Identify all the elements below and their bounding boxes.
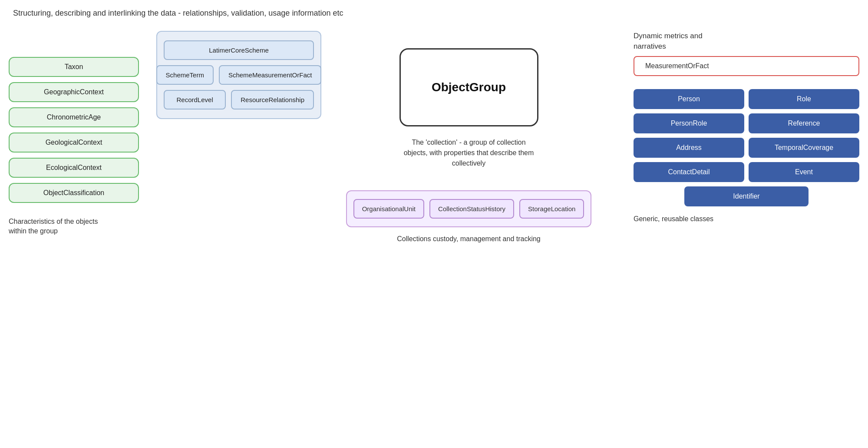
reference-box: Reference bbox=[749, 113, 859, 133]
contact-detail-box: ContactDetail bbox=[634, 162, 744, 182]
identifier-box: Identifier bbox=[684, 186, 809, 206]
scheme-measurement-or-fact-box: SchemeMeasurementOrFact bbox=[219, 65, 322, 85]
blue-dark-grid: Person Role PersonRole Reference Address… bbox=[634, 89, 859, 206]
ecological-context-box: EcologicalContext bbox=[9, 158, 139, 178]
resource-relationship-box: ResourceRelationship bbox=[231, 90, 314, 110]
generic-reusable-label: Generic, reusable classes bbox=[634, 215, 859, 223]
measurement-or-fact-box: MeasurementOrFact bbox=[634, 56, 859, 76]
collection-status-history-box: CollectionStatusHistory bbox=[429, 199, 514, 219]
geographic-context-box: GeographicContext bbox=[9, 82, 139, 102]
diagram-container: Structuring, describing and interlinking… bbox=[0, 0, 868, 448]
scheme-row-3: RecordLevel ResourceRelationship bbox=[164, 90, 314, 110]
record-level-box: RecordLevel bbox=[164, 90, 226, 110]
top-subtitle: Structuring, describing and interlinking… bbox=[13, 9, 859, 18]
purple-section: OrganisationalUnit CollectionStatusHisto… bbox=[346, 190, 592, 243]
address-box: Address bbox=[634, 138, 744, 158]
left-bottom-label: Characteristics of the objects within th… bbox=[9, 217, 109, 236]
dynamic-metrics-label: Dynamic metrics and narratives bbox=[634, 31, 859, 52]
object-group-box: ObjectGroup bbox=[399, 48, 538, 126]
scheme-row-2: SchemeTerm SchemeMeasurementOrFact bbox=[164, 65, 314, 85]
storage-location-box: StorageLocation bbox=[519, 199, 584, 219]
right-column: Dynamic metrics and narratives Measureme… bbox=[634, 31, 859, 243]
role-box: Role bbox=[749, 89, 859, 109]
latimer-core-scheme-box: LatimerCoreScheme bbox=[164, 40, 314, 60]
temporal-coverage-box: TemporalCoverage bbox=[749, 138, 859, 158]
purple-bottom-label: Collections custody, management and trac… bbox=[397, 235, 541, 243]
scheme-group: LatimerCoreScheme SchemeTerm SchemeMeasu… bbox=[156, 31, 321, 119]
object-group-description: The 'collection' - a group of collection… bbox=[399, 137, 538, 169]
person-role-box: PersonRole bbox=[634, 113, 744, 133]
organisational-unit-box: OrganisationalUnit bbox=[353, 199, 424, 219]
person-box: Person bbox=[634, 89, 744, 109]
object-classification-box: ObjectClassification bbox=[9, 183, 139, 203]
purple-boxes-row: OrganisationalUnit CollectionStatusHisto… bbox=[346, 190, 592, 227]
object-group-label: ObjectGroup bbox=[432, 80, 506, 94]
event-box: Event bbox=[749, 162, 859, 182]
main-layout: Taxon GeographicContext ChronometricAge … bbox=[9, 31, 859, 243]
geological-context-box: GeologicalContext bbox=[9, 133, 139, 153]
center-column: ObjectGroup The 'collection' - a group o… bbox=[321, 31, 616, 243]
scheme-group-column: LatimerCoreScheme SchemeTerm SchemeMeasu… bbox=[156, 31, 321, 243]
scheme-term-box: SchemeTerm bbox=[156, 65, 214, 85]
chronometric-age-box: ChronometricAge bbox=[9, 107, 139, 127]
taxon-box: Taxon bbox=[9, 57, 139, 77]
left-column: Taxon GeographicContext ChronometricAge … bbox=[9, 57, 139, 243]
scheme-row-1: LatimerCoreScheme bbox=[164, 40, 314, 60]
